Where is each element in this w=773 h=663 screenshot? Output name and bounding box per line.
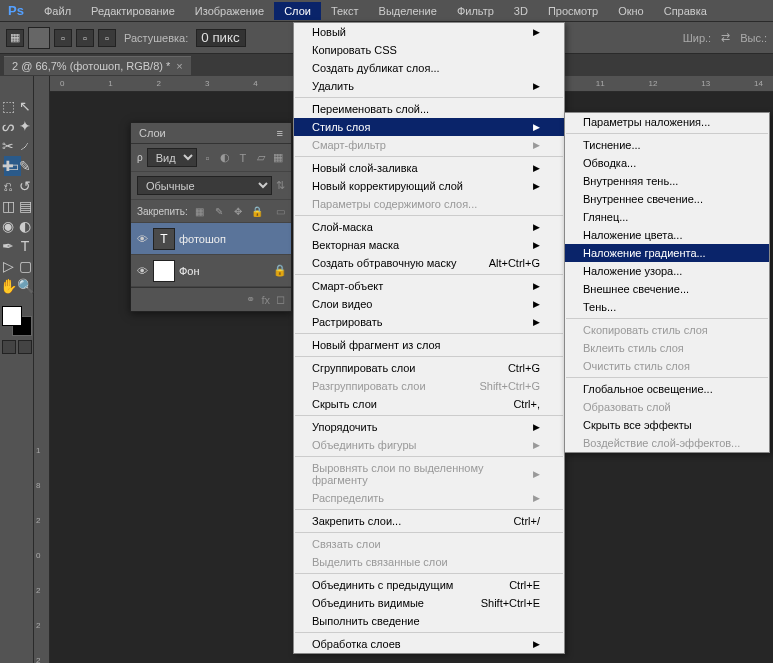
menu-item[interactable]: Выполнить сведение [294,612,564,630]
menu-item[interactable]: Закрепить слои...Ctrl+/ [294,512,564,530]
visibility-icon[interactable]: 👁 [135,233,149,245]
close-icon[interactable]: × [176,60,182,72]
tool-eyedropper[interactable]: ⟋ [17,136,34,156]
menu-item[interactable]: Наложение узора... [565,262,769,280]
menu-текст[interactable]: Текст [321,2,369,20]
menu-item[interactable]: Новый фрагмент из слоя [294,336,564,354]
menu-редактирование[interactable]: Редактирование [81,2,185,20]
tool-lasso[interactable]: ᔕ [0,116,17,136]
panel-menu-icon[interactable]: ≡ [277,127,283,139]
menu-файл[interactable]: Файл [34,2,81,20]
selection-mode-add[interactable]: ▫ [54,29,72,47]
menu-item[interactable]: Упорядочить▶ [294,418,564,436]
tool-stamp[interactable]: ⎌ [0,176,17,196]
menu-item[interactable]: Смарт-объект▶ [294,277,564,295]
menu-item[interactable]: Слой-маска▶ [294,218,564,236]
menu-item[interactable]: Обводка... [565,154,769,172]
feather-input[interactable] [196,29,246,47]
link-layers-icon[interactable]: ⚭ [246,293,255,306]
menu-item[interactable]: Создать дубликат слоя... [294,59,564,77]
menu-item[interactable]: Переименовать слой... [294,100,564,118]
menu-слои[interactable]: Слои [274,2,321,20]
tool-eraser[interactable]: ◫ [0,196,17,216]
blend-mode-select[interactable]: Обычные [137,176,272,195]
lock-paint-icon[interactable]: ✎ [212,204,226,218]
tool-heal[interactable]: ✚ [0,156,17,176]
menu-item[interactable]: Наложение градиента... [565,244,769,262]
layer-item[interactable]: 👁Фон🔒 [131,255,291,287]
menu-item[interactable]: Скрыть слоиCtrl+, [294,395,564,413]
tool-move[interactable]: ↖ [17,96,34,116]
selection-mode-subtract[interactable]: ▫ [76,29,94,47]
menu-item[interactable]: Глянец... [565,208,769,226]
menu-item[interactable]: Растрировать▶ [294,313,564,331]
menu-item[interactable]: Внутренняя тень... [565,172,769,190]
menu-item[interactable]: Удалить▶ [294,77,564,95]
tool-dodge[interactable]: ◐ [17,216,34,236]
filter-smart-icon[interactable]: ▦ [271,151,285,165]
layer-mask-icon[interactable]: ◻ [276,293,285,306]
filter-img-icon[interactable]: ▫ [201,151,215,165]
layer-item[interactable]: 👁Tфотошоп [131,223,291,255]
document-tab[interactable]: 2 @ 66,7% (фотошоп, RGB/8) * × [4,56,191,75]
tool-gradient[interactable]: ▤ [17,196,34,216]
menu-item[interactable]: Слои видео▶ [294,295,564,313]
tool-preset-button[interactable]: ▦ [6,29,24,47]
menu-item[interactable]: Создать обтравочную маскуAlt+Ctrl+G [294,254,564,272]
menu-item[interactable]: Тиснение... [565,136,769,154]
menu-item[interactable]: Копировать CSS [294,41,564,59]
screenmode-button[interactable] [18,340,32,354]
lock-move-icon[interactable]: ✥ [231,204,245,218]
menu-item[interactable]: Новый слой-заливка▶ [294,159,564,177]
layer-fx-icon[interactable]: fx [261,294,270,306]
menu-выделение[interactable]: Выделение [369,2,447,20]
tool-shape[interactable]: ▢ [17,256,34,276]
menu-item[interactable]: Внешнее свечение... [565,280,769,298]
menu-3d[interactable]: 3D [504,2,538,20]
quickmask-button[interactable] [2,340,16,354]
menu-фильтр[interactable]: Фильтр [447,2,504,20]
menu-item[interactable]: Новый корректирующий слой▶ [294,177,564,195]
tool-crop[interactable]: ✂ [0,136,17,156]
lock-transparency-icon[interactable]: ▦ [193,204,207,218]
color-swatches[interactable] [2,306,32,336]
tool-type[interactable]: T [17,236,34,256]
tool-pen[interactable]: ✒ [0,236,17,256]
menu-окно[interactable]: Окно [608,2,654,20]
menu-item[interactable]: Тень... [565,298,769,316]
menu-изображение[interactable]: Изображение [185,2,274,20]
menu-item[interactable]: Параметры наложения... [565,113,769,131]
selection-mode-new[interactable] [28,27,50,49]
tool-marquee2[interactable]: ⬚ [0,96,17,116]
menu-item[interactable]: Сгруппировать слоиCtrl+G [294,359,564,377]
tool-hand[interactable]: ✋ [0,276,17,296]
menu-item[interactable]: Объединить видимыеShift+Ctrl+E [294,594,564,612]
lock-all-icon[interactable]: 🔒 [250,204,264,218]
layer-thumbnail[interactable] [153,260,175,282]
menu-просмотр[interactable]: Просмотр [538,2,608,20]
menu-item[interactable]: Обработка слоев▶ [294,635,564,653]
tool-blur[interactable]: ◉ [0,216,17,236]
menu-item[interactable]: Наложение цвета... [565,226,769,244]
tool-wand[interactable]: ✦ [17,116,34,136]
selection-mode-intersect[interactable]: ▫ [98,29,116,47]
tool-brush[interactable]: ✎ [17,156,34,176]
menu-item[interactable]: Стиль слоя▶ [294,118,564,136]
layer-thumbnail[interactable]: T [153,228,175,250]
tool-zoom[interactable]: 🔍 [17,276,34,296]
menu-справка[interactable]: Справка [654,2,717,20]
menu-item[interactable]: Новый▶ [294,23,564,41]
menu-item[interactable]: Объединить с предыдущимCtrl+E [294,576,564,594]
filter-adj-icon[interactable]: ◐ [218,151,232,165]
visibility-icon[interactable]: 👁 [135,265,149,277]
foreground-color-swatch[interactable] [2,306,22,326]
menu-item[interactable]: Внутреннее свечение... [565,190,769,208]
menu-item[interactable]: Глобальное освещение... [565,380,769,398]
tool-path[interactable]: ▷ [0,256,17,276]
tool-history[interactable]: ↺ [17,176,34,196]
filter-shape-icon[interactable]: ▱ [254,151,268,165]
menu-item[interactable]: Скрыть все эффекты [565,416,769,434]
layer-filter-select[interactable]: Вид [147,148,197,167]
menu-item[interactable]: Векторная маска▶ [294,236,564,254]
filter-type-icon[interactable]: T [236,151,250,165]
